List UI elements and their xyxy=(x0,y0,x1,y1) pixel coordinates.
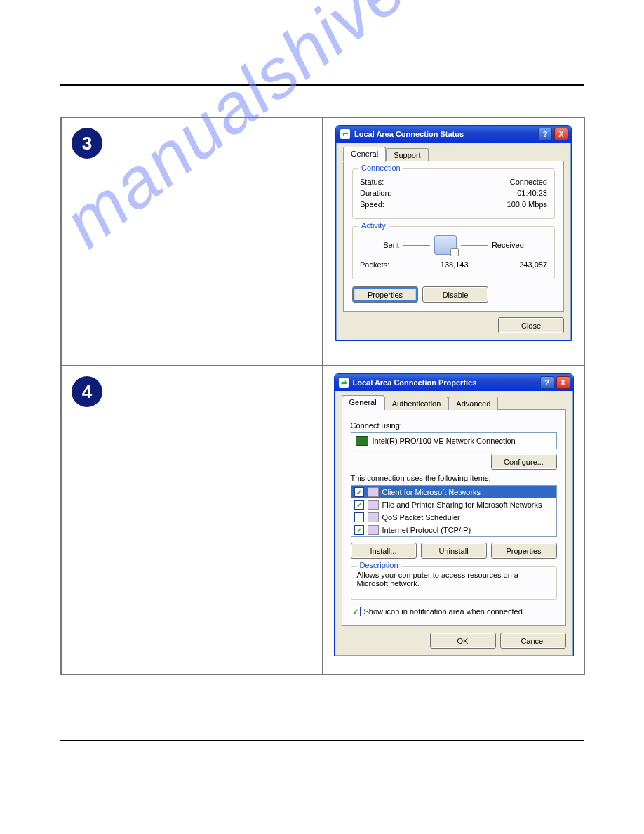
step-4-left: 4 xyxy=(61,366,323,675)
tab-advanced[interactable]: Advanced xyxy=(448,397,498,410)
item-checkbox[interactable]: ✓ xyxy=(354,525,364,535)
packets-label: Packets: xyxy=(360,260,389,269)
component-icon xyxy=(368,512,379,522)
configure-button[interactable]: Configure... xyxy=(491,454,557,470)
ok-button[interactable]: OK xyxy=(430,633,496,649)
tab-authentication[interactable]: Authentication xyxy=(384,397,449,410)
titlebar-buttons: ? X xyxy=(538,128,568,140)
item-checkbox[interactable]: ✓ xyxy=(354,487,364,497)
item-properties-button[interactable]: Properties xyxy=(491,543,557,559)
close-button-footer[interactable]: Close xyxy=(498,317,564,333)
list-item[interactable]: ✓Internet Protocol (TCP/IP) xyxy=(351,524,556,536)
description-legend: Description xyxy=(357,561,401,569)
items-listbox[interactable]: ✓Client for Microsoft Networks✓File and … xyxy=(351,485,557,537)
packets-sent: 138,143 xyxy=(389,260,519,269)
computers-icon xyxy=(434,235,457,255)
lan-props-title: Local Area Connection Properties xyxy=(353,378,536,387)
activity-legend: Activity xyxy=(358,221,389,230)
page: manualshive.com 3 ⇄ Local Area Connectio… xyxy=(0,0,644,834)
item-buttons: Install... Uninstall Properties xyxy=(351,543,557,559)
item-label: Internet Protocol (TCP/IP) xyxy=(382,526,471,534)
cancel-button[interactable]: Cancel xyxy=(500,633,566,649)
step-3-right: ⇄ Local Area Connection Status ? X Gener… xyxy=(323,117,584,366)
step-badge-3: 3 xyxy=(72,128,102,159)
steps-grid: 3 ⇄ Local Area Connection Status ? X xyxy=(60,117,585,675)
item-checkbox[interactable]: ✓ xyxy=(354,500,364,510)
lan-status-title: Local Area Connection Status xyxy=(354,130,534,138)
top-rule xyxy=(60,84,584,86)
step-3-left: 3 xyxy=(61,117,323,366)
status-value: Connected xyxy=(510,178,547,186)
list-item[interactable]: QoS Packet Scheduler xyxy=(351,511,556,524)
speed-label: Speed: xyxy=(360,200,384,208)
step-4-row: 4 ⇄ Local Area Connection Properties ? X xyxy=(61,366,584,675)
bottom-rule xyxy=(60,740,584,741)
list-item[interactable]: ✓File and Printer Sharing for Microsoft … xyxy=(351,498,556,511)
lan-props-tabs: General Authentication Advanced xyxy=(342,395,566,410)
duration-value: 01:40:23 xyxy=(517,189,547,197)
component-icon xyxy=(368,487,379,497)
disable-button[interactable]: Disable xyxy=(422,286,488,303)
recv-line xyxy=(461,245,488,246)
item-label: QoS Packet Scheduler xyxy=(382,513,460,522)
lan-status-window: ⇄ Local Area Connection Status ? X Gener… xyxy=(335,125,572,341)
props-footer: OK Cancel xyxy=(342,633,566,649)
nic-box: Intel(R) PRO/100 VE Network Connection xyxy=(351,432,557,449)
sent-label: Sent xyxy=(383,241,399,249)
received-label: Received xyxy=(492,241,524,249)
show-icon-row[interactable]: ✓ Show icon in notification area when co… xyxy=(351,607,557,616)
item-label: File and Printer Sharing for Microsoft N… xyxy=(382,501,542,509)
nic-icon xyxy=(356,436,368,446)
status-label: Status: xyxy=(360,178,384,186)
speed-value: 100.0 Mbps xyxy=(507,200,547,208)
lan-status-tabpage: Connection Status:Connected Duration:01:… xyxy=(343,161,564,312)
sent-line xyxy=(403,245,430,246)
activity-group: Activity Sent Received Packets: xyxy=(352,226,555,279)
list-item[interactable]: ✓Client for Microsoft Networks xyxy=(351,486,556,498)
items-label: This connection uses the following items… xyxy=(351,474,557,482)
nic-name: Intel(R) PRO/100 VE Network Connection xyxy=(373,437,516,445)
lan-status-body: General Support Connection Status:Connec… xyxy=(336,143,571,340)
item-label: Client for Microsoft Networks xyxy=(382,488,481,496)
step-badge-4: 4 xyxy=(72,376,102,407)
item-checkbox[interactable] xyxy=(354,512,364,522)
properties-button[interactable]: Properties xyxy=(352,286,418,303)
uninstall-button[interactable]: Uninstall xyxy=(421,543,487,559)
step-4-right: ⇄ Local Area Connection Properties ? X G… xyxy=(323,366,584,675)
duration-label: Duration: xyxy=(360,189,391,197)
description-text: Allows your computer to access resources… xyxy=(357,571,551,588)
close-button[interactable]: X xyxy=(556,376,570,389)
connection-group: Connection Status:Connected Duration:01:… xyxy=(352,168,555,219)
network-icon: ⇄ xyxy=(340,129,350,139)
show-icon-checkbox[interactable]: ✓ xyxy=(351,607,361,616)
packets-row: Packets: 138,143 243,057 xyxy=(360,260,547,269)
show-icon-label: Show icon in notification area when conn… xyxy=(364,607,523,616)
close-button[interactable]: X xyxy=(554,128,568,140)
status-footer: Close xyxy=(343,317,564,333)
lan-props-window: ⇄ Local Area Connection Properties ? X G… xyxy=(334,373,574,656)
lan-props-titlebar[interactable]: ⇄ Local Area Connection Properties ? X xyxy=(335,374,573,391)
connect-using-label: Connect using: xyxy=(351,421,557,430)
tab-support[interactable]: Support xyxy=(386,148,429,161)
component-icon xyxy=(368,525,379,535)
description-group: Description Allows your computer to acce… xyxy=(351,566,557,600)
tab-general[interactable]: General xyxy=(342,395,384,411)
status-buttons: Properties Disable xyxy=(352,286,555,303)
lan-status-tabs: General Support xyxy=(343,147,564,161)
step-3-row: 3 ⇄ Local Area Connection Status ? X xyxy=(61,117,584,366)
titlebar-buttons: ? X xyxy=(540,376,570,389)
connection-legend: Connection xyxy=(358,164,403,172)
packets-received: 243,057 xyxy=(519,260,547,269)
configure-row: Configure... xyxy=(351,454,557,470)
install-button[interactable]: Install... xyxy=(351,543,417,559)
tab-general[interactable]: General xyxy=(343,147,386,162)
activity-diagram: Sent Received xyxy=(360,235,547,255)
lan-props-tabpage: Connect using: Intel(R) PRO/100 VE Netwo… xyxy=(342,409,566,626)
lan-status-titlebar[interactable]: ⇄ Local Area Connection Status ? X xyxy=(336,126,571,143)
network-icon: ⇄ xyxy=(339,378,349,388)
component-icon xyxy=(368,500,379,510)
help-button[interactable]: ? xyxy=(540,376,554,389)
help-button[interactable]: ? xyxy=(538,128,552,140)
lan-props-body: General Authentication Advanced Connect … xyxy=(335,391,573,656)
